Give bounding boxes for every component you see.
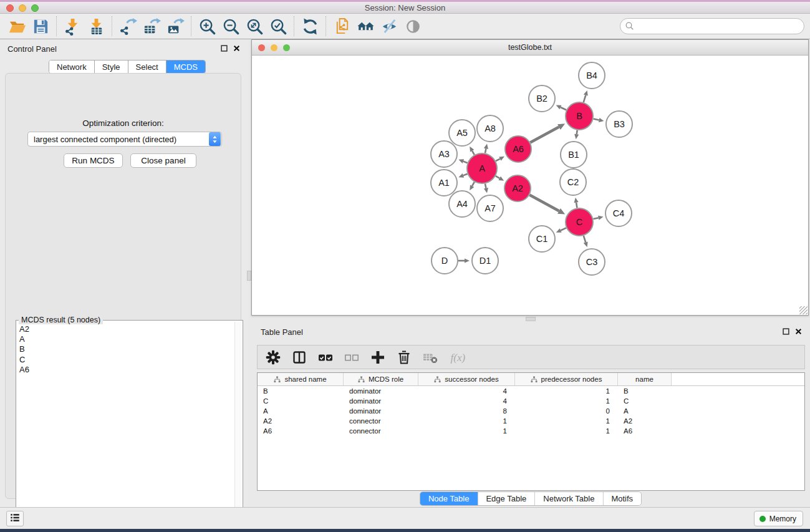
result-list-item[interactable]: C xyxy=(17,355,234,365)
table-row[interactable]: A2connector11A2 xyxy=(258,416,804,426)
edge-A-A1[interactable] xyxy=(463,174,468,176)
network-canvas[interactable]: B4B2BB3A5A8A6B1A3AA1C2A2A4A7C4CC1C3DD1 xyxy=(253,56,808,315)
settings-gear-button[interactable] xyxy=(264,349,281,365)
tab-network-table[interactable]: Network Table xyxy=(535,492,603,505)
table-row[interactable]: Bdominator41B xyxy=(258,386,804,396)
result-scrollbar[interactable] xyxy=(234,322,241,526)
cell-predecessor-nodes[interactable]: 1 xyxy=(515,416,618,426)
column-header-mcds-role[interactable]: MCDS role xyxy=(344,373,418,385)
open-file-button[interactable] xyxy=(5,16,29,37)
home-layout-button[interactable] xyxy=(354,16,377,37)
cell-name[interactable]: A xyxy=(618,406,672,416)
column-header-shared-name[interactable]: shared name xyxy=(258,373,344,385)
cell-predecessor-nodes[interactable]: 1 xyxy=(515,386,618,396)
edge-C-C2[interactable] xyxy=(576,203,577,208)
import-network-button[interactable] xyxy=(60,16,84,37)
close-panel-icon[interactable] xyxy=(233,45,240,52)
edge-A-A6[interactable] xyxy=(496,159,500,162)
network-graph[interactable]: B4B2BB3A5A8A6B1A3AA1C2A2A4A7C4CC1C3DD1 xyxy=(253,56,808,315)
cell-shared-name[interactable]: A xyxy=(258,406,344,416)
column-header-successor-nodes[interactable]: successor nodes xyxy=(418,373,515,385)
zoom-selected-button[interactable] xyxy=(266,16,290,37)
cell-name[interactable]: A2 xyxy=(618,416,672,426)
maximize-frame-button[interactable] xyxy=(283,44,290,51)
result-list-item[interactable]: A6 xyxy=(17,365,234,375)
horizontal-splitter-handle[interactable] xyxy=(526,317,536,321)
search-input[interactable] xyxy=(620,18,804,34)
edge-B-B3[interactable] xyxy=(594,119,599,120)
delete-row-button[interactable] xyxy=(395,349,412,365)
close-window-button[interactable] xyxy=(6,4,14,12)
memory-button[interactable]: Memory xyxy=(754,511,803,526)
edge-C-C4[interactable] xyxy=(593,218,598,219)
column-header-name[interactable]: name xyxy=(618,373,672,385)
result-list-item[interactable]: A xyxy=(17,334,234,344)
cell-mcds-role[interactable]: connector xyxy=(344,426,418,436)
zoom-fit-button[interactable] xyxy=(243,16,266,37)
cell-shared-name[interactable]: A6 xyxy=(258,426,344,436)
edge-B-B1[interactable] xyxy=(577,130,577,135)
tab-node-table[interactable]: Node Table xyxy=(420,492,478,505)
edge-A-A4[interactable] xyxy=(472,182,475,186)
edge-A6-B[interactable] xyxy=(530,127,559,143)
minimize-frame-button[interactable] xyxy=(271,44,277,51)
deselect-all-rows-button[interactable] xyxy=(343,349,360,365)
cell-predecessor-nodes[interactable]: 0 xyxy=(515,406,618,416)
float-panel-icon[interactable] xyxy=(783,328,789,335)
cell-shared-name[interactable]: A2 xyxy=(258,416,344,426)
tab-motifs[interactable]: Motifs xyxy=(603,492,641,505)
edge-C-C3[interactable] xyxy=(584,236,586,243)
resize-grip[interactable] xyxy=(799,306,808,314)
hide-graphics-details-button[interactable] xyxy=(377,16,401,37)
cell-mcds-role[interactable]: dominator xyxy=(344,406,418,416)
column-visibility-button[interactable] xyxy=(291,349,307,365)
cell-successor-nodes[interactable]: 1 xyxy=(418,416,515,426)
copy-network-button[interactable] xyxy=(330,16,354,37)
zoom-in-button[interactable] xyxy=(195,16,219,37)
tab-select[interactable]: Select xyxy=(128,60,166,73)
close-panel-button[interactable]: Close panel xyxy=(130,153,196,168)
edge-A2-C[interactable] xyxy=(529,195,559,211)
close-panel-icon[interactable] xyxy=(795,328,802,335)
refresh-layout-button[interactable] xyxy=(298,16,322,37)
minimize-window-button[interactable] xyxy=(19,4,26,12)
edge-B-B4[interactable] xyxy=(584,95,586,102)
show-graphics-details-button[interactable] xyxy=(401,16,425,37)
vertical-splitter-handle[interactable] xyxy=(247,271,251,281)
edge-A-A7[interactable] xyxy=(485,183,486,188)
tab-network[interactable]: Network xyxy=(49,60,95,73)
cell-successor-nodes[interactable]: 1 xyxy=(418,426,515,436)
cell-name[interactable]: C xyxy=(618,396,672,406)
cell-mcds-role[interactable]: dominator xyxy=(344,396,418,406)
zoom-out-button[interactable] xyxy=(219,16,243,37)
export-table-button[interactable] xyxy=(140,16,163,37)
float-panel-icon[interactable] xyxy=(221,45,228,52)
column-header-predecessor-nodes[interactable]: predecessor nodes xyxy=(515,373,618,385)
table-row[interactable]: Adominator80A xyxy=(258,406,804,416)
add-row-button[interactable] xyxy=(369,349,386,365)
cell-mcds-role[interactable]: connector xyxy=(344,416,418,426)
tab-edge-table[interactable]: Edge Table xyxy=(478,492,535,505)
tab-style[interactable]: Style xyxy=(95,60,128,73)
export-network-button[interactable] xyxy=(116,16,140,37)
tab-mcds[interactable]: MCDS xyxy=(166,60,205,73)
cell-successor-nodes[interactable]: 4 xyxy=(418,396,515,406)
edge-A-A5[interactable] xyxy=(472,151,475,155)
run-mcds-button[interactable]: Run MCDS xyxy=(64,153,123,168)
save-session-button[interactable] xyxy=(29,16,52,37)
result-list-item[interactable]: A2 xyxy=(17,324,234,334)
edge-A-A2[interactable] xyxy=(496,176,499,178)
cell-predecessor-nodes[interactable]: 1 xyxy=(515,426,618,436)
maximize-window-button[interactable] xyxy=(31,4,39,12)
cell-shared-name[interactable]: C xyxy=(258,396,344,406)
network-window-titlebar[interactable]: testGlobe.txt xyxy=(252,40,808,56)
import-table-button[interactable] xyxy=(84,16,108,37)
cell-mcds-role[interactable]: dominator xyxy=(344,386,418,396)
optimization-criterion-select[interactable]: largest connected component (directed) xyxy=(27,132,222,147)
edge-C-C1[interactable] xyxy=(561,228,566,230)
cell-successor-nodes[interactable]: 8 xyxy=(418,406,515,416)
edge-A-A8[interactable] xyxy=(485,148,486,153)
result-list-item[interactable]: B xyxy=(17,344,234,354)
table-row[interactable]: Cdominator41C xyxy=(258,396,804,406)
cell-successor-nodes[interactable]: 4 xyxy=(418,386,515,396)
